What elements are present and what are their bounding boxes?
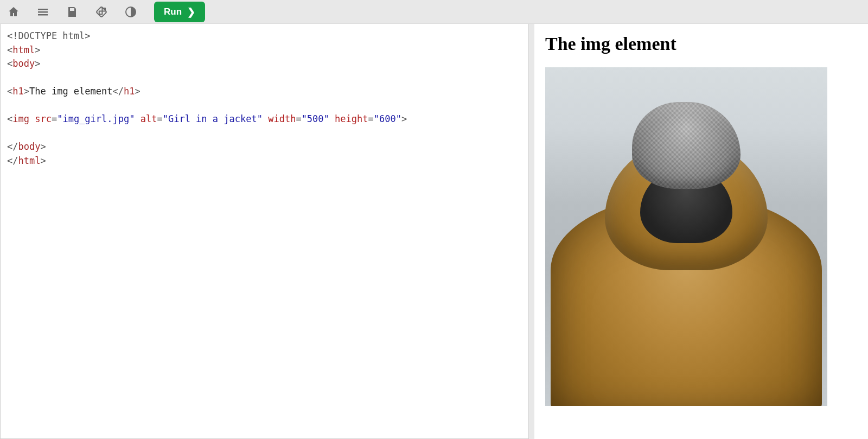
home-icon[interactable] [5,4,22,20]
preview-heading: The img element [545,34,857,54]
toolbar: Run ❯ [0,0,868,24]
save-icon[interactable] [64,4,80,20]
run-button[interactable]: Run ❯ [154,2,205,22]
preview-pane: The img element [534,24,868,439]
figure-hat [632,102,741,189]
pane-divider[interactable] [529,24,534,439]
menu-icon[interactable] [35,4,51,20]
workspace: <!DOCTYPE html><html><body> <h1>The img … [0,24,868,439]
run-button-label: Run [164,7,182,17]
chevron-right-icon: ❯ [187,6,195,18]
code-editor[interactable]: <!DOCTYPE html><html><body> <h1>The img … [0,24,529,439]
rotate-icon[interactable] [93,4,110,20]
preview-image [545,67,827,406]
theme-icon[interactable] [123,4,139,20]
